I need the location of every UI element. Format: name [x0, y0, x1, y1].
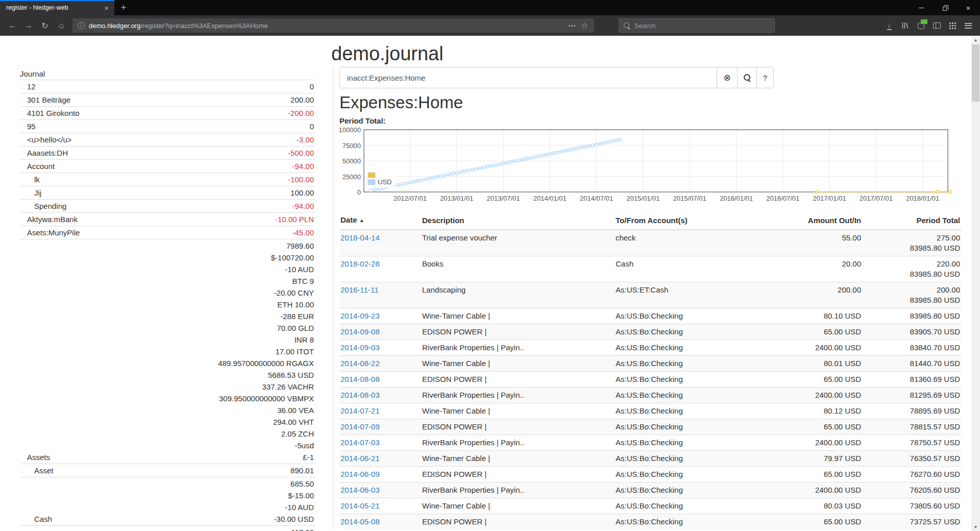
- menu-button[interactable]: [961, 18, 976, 33]
- balance-amount: 337.26 VACHR: [134, 381, 314, 393]
- register-amount: 2400.00 USD: [763, 482, 862, 498]
- sidebar-toggle-button[interactable]: [929, 18, 944, 33]
- new-tab-button[interactable]: +: [114, 0, 133, 15]
- register-date-link[interactable]: 2018-04-14: [340, 233, 380, 242]
- register-date-link[interactable]: 2014-09-08: [340, 327, 380, 336]
- register-amount: 65.00 USD: [763, 324, 862, 340]
- register-date-link[interactable]: 2014-05-21: [340, 501, 380, 510]
- forward-button[interactable]: →: [20, 17, 37, 34]
- balance-amount: 0: [134, 81, 314, 92]
- close-icon: ×: [966, 4, 971, 12]
- scroll-up-icon[interactable]: ▲: [971, 36, 980, 44]
- svg-text:2017/07/01: 2017/07/01: [860, 195, 893, 202]
- sidebar-journal-link[interactable]: Journal: [20, 69, 45, 78]
- register-row: 2014-06-21 Wine-Tarner Cable | As:US:Bo:…: [339, 451, 961, 467]
- register-description: Books: [421, 256, 615, 282]
- reload-button[interactable]: ↻: [37, 17, 53, 34]
- restore-button[interactable]: [933, 0, 957, 15]
- navigation-toolbar: ← → ↻ ⌂ i demo.hledger.org/register?q=in…: [0, 15, 980, 36]
- sidebar-account-row: 301 Beiträge 200.00: [20, 93, 315, 107]
- register-date-link[interactable]: 2014-08-08: [340, 375, 380, 383]
- register-period-total: 220.0083985.80 USD: [862, 256, 961, 282]
- home-button[interactable]: ⌂: [53, 17, 69, 34]
- clear-query-button[interactable]: ⊗: [717, 67, 738, 88]
- register-date-link[interactable]: 2014-07-09: [340, 422, 380, 431]
- period-total-amount: 73725.57 USD: [863, 517, 960, 527]
- balance-amount: -10 AUD: [134, 263, 314, 275]
- register-row: 2018-02-28 Books Cash 20.00 220.0083985.…: [339, 256, 961, 282]
- balance-amount: -10.00 PLN: [134, 213, 314, 225]
- submit-search-button[interactable]: [737, 67, 757, 88]
- register-row: 2014-09-08 EDISON POWER | As:US:Bo:Check…: [339, 324, 961, 340]
- sidebar-account-row: -117.00: [20, 526, 315, 531]
- restore-icon: [943, 7, 947, 11]
- account-name-link[interactable]: 12: [20, 80, 133, 93]
- svg-text:0: 0: [357, 188, 361, 196]
- account-name-link[interactable]: Asset: [20, 464, 133, 477]
- back-button[interactable]: ←: [4, 17, 20, 34]
- bookmark-star-icon[interactable]: ☆: [580, 21, 589, 30]
- account-name-link[interactable]: Cash: [20, 477, 133, 526]
- minimize-button[interactable]: [910, 0, 933, 15]
- header-date[interactable]: Date ▲: [339, 212, 421, 230]
- register-date-link[interactable]: 2014-05-08: [340, 517, 380, 526]
- register-description: RiverBank Properties | Payin..: [421, 435, 615, 451]
- account-name-link[interactable]: 301 Beiträge: [20, 93, 133, 107]
- register-date-link[interactable]: 2014-07-03: [340, 438, 380, 447]
- page-scrollbar[interactable]: ▲ ▼: [971, 36, 980, 531]
- register-date-link[interactable]: 2014-08-22: [340, 359, 380, 368]
- sidebar-account-row: Aaasets:DH -500.00: [20, 147, 315, 160]
- account-balance: 0: [133, 120, 315, 133]
- url-text: demo.hledger.org/register?q=inacct%3AExp…: [89, 22, 565, 30]
- account-name-link[interactable]: Aktywa:mBank: [20, 213, 133, 226]
- scroll-down-icon[interactable]: ▼: [971, 523, 980, 531]
- account-name-link[interactable]: lk: [20, 173, 133, 186]
- account-name-link[interactable]: Aaasets:DH: [20, 147, 133, 160]
- tab-register-hledger-web[interactable]: register - hledger-web ×: [0, 0, 114, 15]
- account-name-link[interactable]: 95: [20, 120, 133, 133]
- balance-amount: -5usd: [134, 440, 314, 451]
- page-actions-icon[interactable]: •••: [565, 22, 580, 29]
- account-name-link[interactable]: [20, 526, 133, 531]
- register-date-link[interactable]: 2014-09-03: [340, 343, 380, 352]
- register-description: Wine-Tarner Cable |: [421, 403, 615, 419]
- account-name-link[interactable]: 4101 Girokonto: [20, 107, 133, 120]
- register-date-link[interactable]: 2014-06-03: [340, 486, 380, 494]
- scrollbar-thumb[interactable]: [972, 44, 979, 102]
- account-name-link[interactable]: Asets:MunyPile: [20, 226, 133, 239]
- close-button[interactable]: ×: [957, 0, 980, 15]
- register-date-link[interactable]: 2014-06-21: [340, 454, 380, 463]
- register-account: As:US:Bo:Checking: [615, 451, 763, 467]
- register-date-link[interactable]: 2016-11-11: [340, 285, 379, 294]
- account-name-link[interactable]: Spending: [20, 200, 133, 213]
- account-name-link[interactable]: <u>hello</u>: [20, 133, 133, 147]
- account-name-link[interactable]: Assets: [20, 239, 133, 464]
- tab-close-icon[interactable]: ×: [103, 4, 110, 12]
- register-date-link[interactable]: 2018-02-28: [340, 259, 380, 268]
- register-date-link[interactable]: 2014-09-23: [340, 311, 380, 320]
- balance-amount: 489.957000000000 RGAGX: [134, 357, 314, 369]
- period-total-amount: 83840.70 USD: [863, 343, 960, 353]
- register-date-link[interactable]: 2014-08-03: [340, 391, 380, 399]
- query-search-form: ⊗ ?: [339, 67, 774, 88]
- register-date-link[interactable]: 2014-07-21: [340, 406, 380, 415]
- account-balance: 890.01: [133, 464, 315, 477]
- library-icon: [901, 22, 909, 29]
- register-period-total: 78750.57 USD: [862, 435, 961, 451]
- query-input[interactable]: [339, 67, 717, 88]
- library-button[interactable]: [897, 18, 913, 33]
- extension-button[interactable]: [913, 18, 928, 33]
- register-account: As:US:Bo:Checking: [615, 356, 763, 372]
- search-help-button[interactable]: ?: [756, 67, 774, 88]
- browser-search-field[interactable]: Search: [619, 18, 775, 33]
- account-balance: 0: [133, 80, 315, 93]
- register-row: 2014-06-09 EDISON POWER | As:US:Bo:Check…: [339, 467, 961, 482]
- account-name-link[interactable]: Account: [20, 160, 133, 173]
- url-bar[interactable]: i demo.hledger.org/register?q=inacct%3AE…: [72, 18, 594, 33]
- site-info-icon[interactable]: i: [78, 22, 85, 29]
- account-name-link[interactable]: Jij: [20, 186, 133, 200]
- balance-amount: 17.00 ITOT: [134, 346, 314, 357]
- downloads-button[interactable]: ↓: [881, 18, 897, 33]
- apps-grid-button[interactable]: [945, 18, 960, 33]
- register-date-link[interactable]: 2014-06-09: [340, 470, 380, 478]
